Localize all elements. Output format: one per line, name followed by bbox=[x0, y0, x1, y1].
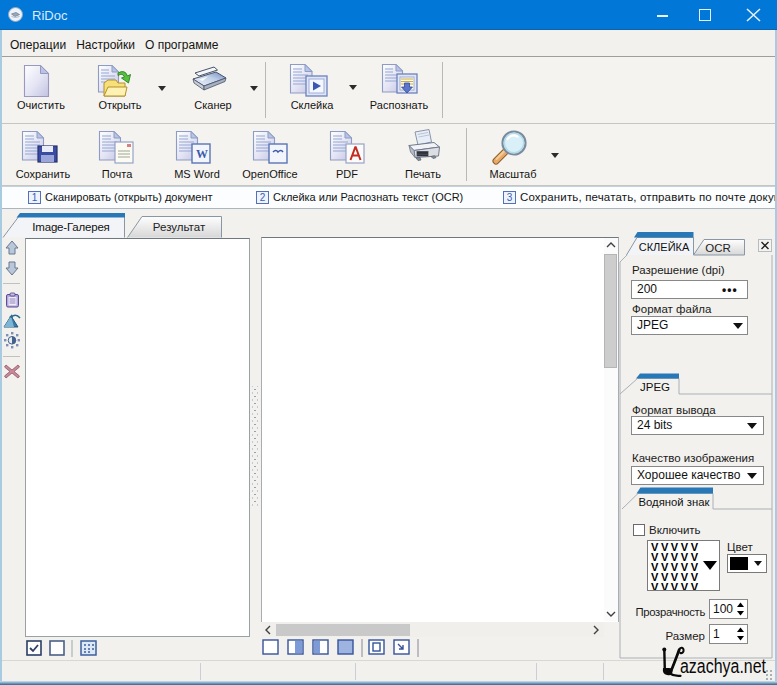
svg-text:azachya.net: azachya.net bbox=[680, 655, 766, 677]
svg-text:W: W bbox=[196, 147, 208, 161]
